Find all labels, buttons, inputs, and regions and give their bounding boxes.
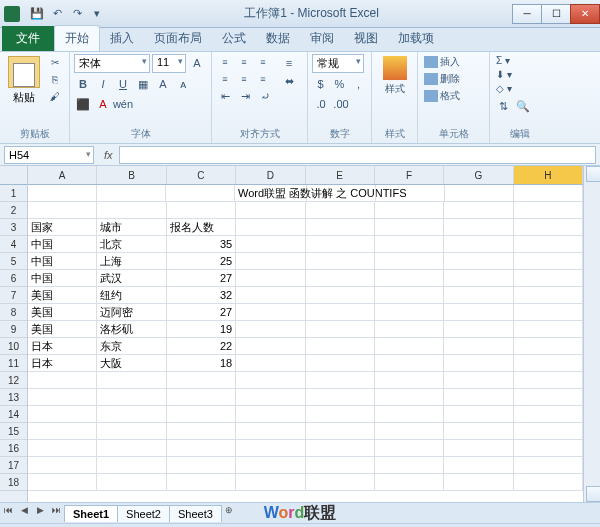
cell[interactable]: [236, 219, 305, 236]
cell[interactable]: [375, 389, 444, 406]
cell[interactable]: [167, 440, 236, 457]
cell[interactable]: [97, 372, 166, 389]
find-icon[interactable]: 🔍: [514, 97, 532, 115]
cell[interactable]: [236, 423, 305, 440]
cell[interactable]: [375, 270, 444, 287]
tab-formulas[interactable]: 公式: [212, 26, 256, 51]
cell[interactable]: 中国: [28, 270, 97, 287]
name-box[interactable]: H54: [4, 146, 94, 164]
cell[interactable]: [236, 457, 305, 474]
cell[interactable]: 中国: [28, 236, 97, 253]
row-header[interactable]: 3: [0, 219, 27, 236]
row-header[interactable]: 10: [0, 338, 27, 355]
fx-icon[interactable]: fx: [98, 149, 119, 161]
maximize-button[interactable]: ☐: [541, 4, 571, 24]
cell[interactable]: [167, 423, 236, 440]
tab-insert[interactable]: 插入: [100, 26, 144, 51]
formula-input[interactable]: [119, 146, 596, 164]
cell[interactable]: 日本: [28, 355, 97, 372]
col-header-F[interactable]: F: [375, 166, 444, 184]
cell[interactable]: [514, 236, 583, 253]
cell[interactable]: [444, 236, 513, 253]
save-icon[interactable]: 💾: [28, 5, 46, 23]
currency-icon[interactable]: $: [312, 75, 329, 93]
font-size-combo[interactable]: 11: [152, 54, 186, 73]
fill-color-icon[interactable]: ⬛: [74, 95, 92, 113]
cell[interactable]: [444, 253, 513, 270]
tab-nav-last[interactable]: ⏭: [48, 505, 64, 521]
sheet-tab-3[interactable]: Sheet3: [169, 505, 222, 522]
col-header-D[interactable]: D: [236, 166, 305, 184]
row-header[interactable]: 15: [0, 423, 27, 440]
grid[interactable]: ABCDEFGH Word联盟 函数讲解 之 COUNTIFS国家城市报名人数中…: [28, 166, 583, 502]
tab-data[interactable]: 数据: [256, 26, 300, 51]
cell[interactable]: [236, 270, 305, 287]
cell[interactable]: 27: [167, 270, 236, 287]
col-header-C[interactable]: C: [167, 166, 236, 184]
align-top-icon[interactable]: ≡: [216, 54, 234, 70]
row-header[interactable]: 17: [0, 457, 27, 474]
cell[interactable]: [375, 440, 444, 457]
bold-button[interactable]: B: [74, 75, 92, 93]
tab-review[interactable]: 审阅: [300, 26, 344, 51]
clear-button[interactable]: ◇ ▾: [494, 82, 546, 95]
merge-button[interactable]: ⬌: [280, 72, 298, 90]
cell[interactable]: [514, 270, 583, 287]
underline-button[interactable]: U: [114, 75, 132, 93]
cell[interactable]: 报名人数: [167, 219, 236, 236]
cell[interactable]: [514, 355, 583, 372]
cell[interactable]: [375, 423, 444, 440]
cell[interactable]: [514, 474, 583, 491]
cell[interactable]: [28, 185, 97, 202]
col-header-G[interactable]: G: [444, 166, 513, 184]
cell[interactable]: [236, 304, 305, 321]
cell[interactable]: 日本: [28, 338, 97, 355]
phonetic-icon[interactable]: wén: [114, 95, 132, 113]
row-header[interactable]: 6: [0, 270, 27, 287]
cell[interactable]: [514, 440, 583, 457]
cell[interactable]: 美国: [28, 321, 97, 338]
cell[interactable]: [514, 185, 583, 202]
cell[interactable]: [306, 219, 375, 236]
cell[interactable]: [97, 440, 166, 457]
cell[interactable]: [444, 474, 513, 491]
font-name-combo[interactable]: 宋体: [74, 54, 150, 73]
font-shrink-icon[interactable]: ᴀ: [174, 75, 192, 93]
cell[interactable]: 32: [167, 287, 236, 304]
cell[interactable]: [444, 389, 513, 406]
row-header[interactable]: 14: [0, 406, 27, 423]
row-header[interactable]: 2: [0, 202, 27, 219]
cell[interactable]: [306, 423, 375, 440]
cell[interactable]: [236, 440, 305, 457]
row-header[interactable]: 16: [0, 440, 27, 457]
cell[interactable]: 22: [167, 338, 236, 355]
cell[interactable]: [375, 219, 444, 236]
cell[interactable]: [167, 202, 236, 219]
font-color-icon[interactable]: A: [94, 95, 112, 113]
orientation-icon[interactable]: ⤾: [256, 87, 274, 105]
cell[interactable]: [28, 202, 97, 219]
cell[interactable]: [444, 321, 513, 338]
cell[interactable]: [306, 355, 375, 372]
align-left-icon[interactable]: ≡: [216, 71, 234, 87]
cell[interactable]: [306, 372, 375, 389]
delete-cells-button[interactable]: 删除: [422, 71, 485, 87]
cell[interactable]: [375, 355, 444, 372]
border-icon[interactable]: ▦: [134, 75, 152, 93]
cell[interactable]: [306, 406, 375, 423]
cell[interactable]: [97, 457, 166, 474]
cell[interactable]: [167, 406, 236, 423]
cell[interactable]: [375, 202, 444, 219]
tab-addins[interactable]: 加载项: [388, 26, 444, 51]
cell[interactable]: 19: [167, 321, 236, 338]
cell[interactable]: [444, 219, 513, 236]
increase-decimal-icon[interactable]: .0: [312, 95, 330, 113]
cell[interactable]: [236, 253, 305, 270]
cell[interactable]: 美国: [28, 304, 97, 321]
cell[interactable]: [444, 423, 513, 440]
cells-area[interactable]: Word联盟 函数讲解 之 COUNTIFS国家城市报名人数中国北京35中国上海…: [28, 185, 583, 491]
cell[interactable]: [514, 287, 583, 304]
cell[interactable]: [444, 457, 513, 474]
cell[interactable]: [97, 406, 166, 423]
copy-icon[interactable]: ⎘: [46, 71, 64, 87]
